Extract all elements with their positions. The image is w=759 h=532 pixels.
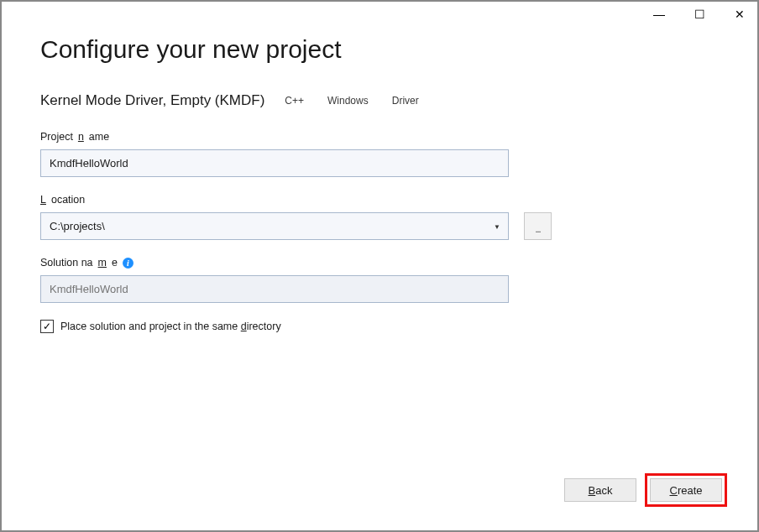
location-label: Location (40, 194, 719, 206)
template-row: Kernel Mode Driver, Empty (KMDF) C++ Win… (40, 92, 719, 109)
create-button-highlight: Create (645, 473, 727, 507)
dialog-footer: Back Create (564, 473, 727, 507)
location-input[interactable] (40, 212, 509, 240)
close-button[interactable]: ✕ (729, 3, 751, 25)
browse-button[interactable]: ... (524, 212, 552, 240)
template-name: Kernel Mode Driver, Empty (KMDF) (40, 92, 264, 109)
create-button[interactable]: Create (650, 478, 722, 502)
project-name-input[interactable] (40, 149, 509, 177)
info-icon[interactable]: i (123, 258, 133, 269)
page-title: Configure your new project (40, 35, 719, 64)
solution-name-label: Solution name i (40, 257, 719, 269)
titlebar: — ☐ ✕ (2, 2, 757, 27)
maximize-button[interactable]: ☐ (688, 3, 710, 25)
template-tag: C++ (281, 93, 307, 108)
solution-name-input (40, 275, 509, 303)
minimize-button[interactable]: — (648, 3, 670, 25)
template-tag: Driver (389, 93, 422, 108)
dialog-content: Configure your new project Kernel Mode D… (2, 27, 757, 350)
same-directory-checkbox[interactable]: ✓ (40, 320, 54, 333)
same-directory-row[interactable]: ✓ Place solution and project in the same… (40, 320, 719, 333)
project-name-label: Project name (40, 131, 719, 143)
back-button[interactable]: Back (564, 478, 636, 502)
same-directory-label: Place solution and project in the same d… (60, 321, 281, 332)
template-tag: Windows (324, 93, 372, 108)
